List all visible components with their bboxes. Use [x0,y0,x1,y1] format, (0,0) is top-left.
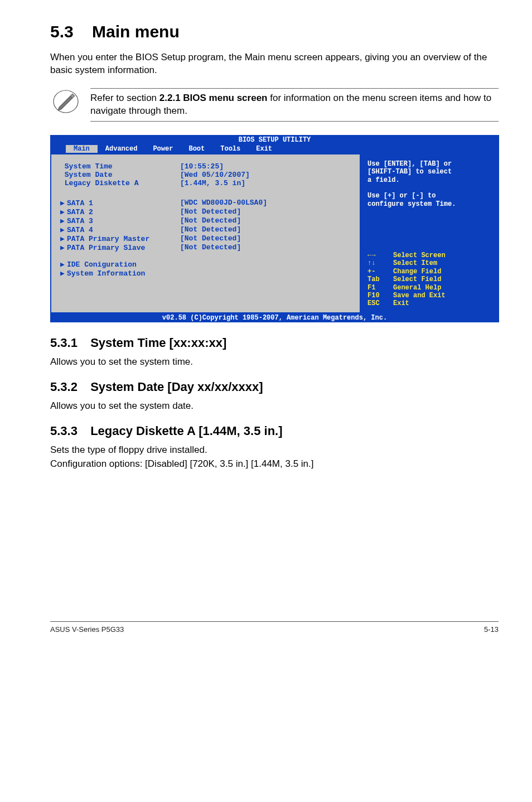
subsection-title: Legacy Diskette A [1.44M, 3.5 in.] [90,424,282,438]
section-number: 5.3 [50,22,74,41]
subsection-heading: 5.3.1 System Time [xx:xx:xx] [50,336,499,350]
bios-footer: v02.58 (C)Copyright 1985-2007, American … [50,313,499,322]
row-sata-1[interactable]: ▶SATA 1 [WDC WD800JD-00LSA0] [60,199,353,207]
subsection-body: Allows you to set the system date. [50,400,499,413]
row-sata-2[interactable]: ▶SATA 2 [Not Detected] [60,207,353,216]
arrows-ud-icon: ↑↓ [367,259,393,267]
row-legacy-diskette[interactable]: Legacy Diskette A [1.44M, 3.5 in] [60,179,353,187]
row-ide-configuration[interactable]: ▶IDE Coniguration [60,260,353,269]
subsection-num: 5.3.3 [50,424,87,438]
subsection-title: System Date [Day xx/xx/xxxx] [90,380,263,394]
value-sata-2: [Not Detected] [180,207,353,216]
label-sata-1: SATA 1 [67,199,93,207]
help-line: Use [+] or [-] to [367,192,491,200]
label-pata-master: PATA Primary Master [67,235,149,243]
label-sysinfo: System Information [67,269,145,278]
label-system-time: System Time [65,162,113,171]
page-footer: ASUS V-Series P5G33 5-13 [50,621,499,634]
label-pata-slave: PATA Primary Slave [67,244,145,252]
subsection-body: Allows you to set the system time. [50,356,499,369]
chevron-right-icon: ▶ [60,260,67,269]
row-pata-master[interactable]: ▶PATA Primary Master [Not Detected] [60,234,353,243]
legend-key: ESC [367,299,393,307]
legend-label: Save and Exit [393,292,446,299]
bios-left-panel: System Time [10:55:25] System Date [Wed … [51,154,361,312]
legend-key: F10 [367,292,393,299]
section-name: Main menu [92,22,180,41]
value-sata-3: [Not Detected] [180,216,353,225]
page-title: 5.3 Main menu [50,22,499,41]
value-sata-4: [Not Detected] [180,225,353,234]
subsection-num: 5.3.2 [50,380,87,394]
legend-label: Exit [393,299,409,307]
footer-right: 5-13 [484,625,499,634]
value-pata-master: [Not Detected] [180,234,353,243]
legend-key: F1 [367,284,393,292]
note-bold: 2.2.1 BIOS menu screen [159,93,268,103]
legend-label: Select Item [393,259,437,267]
note-callout: Refer to section 2.2.1 BIOS menu screen … [50,88,499,122]
tab-boot[interactable]: Boot [181,145,212,153]
help-line: Use [ENTER], [TAB] or [367,160,491,168]
tab-main[interactable]: Main [66,145,98,153]
bios-title: BIOS SETUP UTILITY [50,135,499,145]
label-sata-2: SATA 2 [67,208,93,216]
row-pata-slave[interactable]: ▶PATA Primary Slave [Not Detected] [60,243,353,252]
subsection-num: 5.3.1 [50,336,87,350]
help-line: a field. [367,176,491,184]
subsection-heading: 5.3.3 Legacy Diskette A [1.44M, 3.5 in.] [50,424,499,438]
note-pre: Refer to section [90,93,159,103]
chevron-right-icon: ▶ [60,269,67,278]
legend-key: +- [367,268,393,276]
chevron-right-icon: ▶ [60,207,67,216]
label-system-date: System Date [65,171,113,179]
value-system-date: [Wed 05/10/2007] [180,171,353,179]
intro-paragraph: When you enter the BIOS Setup program, t… [50,51,499,77]
subsection-body-line2: Configuration options: [Disabled] [720K,… [50,458,499,471]
chevron-right-icon: ▶ [60,216,67,225]
row-system-date[interactable]: System Date [Wed 05/10/2007] [60,171,353,179]
key-legend: ←→Select Screen ↑↓Select Item +-Change F… [367,252,491,308]
bios-help-panel: Use [ENTER], [TAB] or [SHIFT-TAB] to sel… [361,154,498,312]
chevron-right-icon: ▶ [60,243,67,252]
value-pata-slave: [Not Detected] [180,243,353,252]
legend-key: Tab [367,276,393,283]
label-ide-config: IDE Coniguration [67,260,137,269]
tab-advanced[interactable]: Advanced [98,145,146,153]
footer-left: ASUS V-Series P5G33 [50,625,124,634]
arrows-lr-icon: ←→ [367,252,393,259]
row-system-time[interactable]: System Time [10:55:25] [60,162,353,171]
chevron-right-icon: ▶ [60,234,67,243]
tab-tools[interactable]: Tools [212,145,248,153]
row-system-information[interactable]: ▶System Information [60,269,353,278]
legend-label: Select Field [393,276,441,283]
value-legacy-diskette: [1.44M, 3.5 in] [180,179,353,187]
help-line: configure system Time. [367,200,491,208]
subsection-title: System Time [xx:xx:xx] [90,336,226,350]
pencil-icon [52,88,79,115]
value-sata-1: [WDC WD800JD-00LSA0] [180,199,353,207]
label-sata-4: SATA 4 [67,226,93,234]
help-line: [SHIFT-TAB] to select [367,168,491,176]
tab-power[interactable]: Power [145,145,181,153]
legend-label: Select Screen [393,252,446,259]
subsection-heading: 5.3.2 System Date [Day xx/xx/xxxx] [50,380,499,394]
row-sata-3[interactable]: ▶SATA 3 [Not Detected] [60,216,353,225]
bios-screenshot: BIOS SETUP UTILITY Main Advanced Power B… [50,135,499,322]
chevron-right-icon: ▶ [60,199,67,207]
row-sata-4[interactable]: ▶SATA 4 [Not Detected] [60,225,353,234]
chevron-right-icon: ▶ [60,225,67,234]
value-system-time: [10:55:25] [180,162,353,171]
legend-label: Change Field [393,268,441,276]
subsection-body: Sets the type of floppy drive installed. [50,444,499,457]
label-legacy-diskette: Legacy Diskette A [65,179,139,187]
bios-tabbar: Main Advanced Power Boot Tools Exit [50,145,499,154]
label-sata-3: SATA 3 [67,217,93,225]
tab-exit[interactable]: Exit [248,145,280,153]
note-text: Refer to section 2.2.1 BIOS menu screen … [90,88,499,122]
legend-label: General Help [393,284,441,292]
help-text: Use [ENTER], [TAB] or [SHIFT-TAB] to sel… [367,160,491,208]
